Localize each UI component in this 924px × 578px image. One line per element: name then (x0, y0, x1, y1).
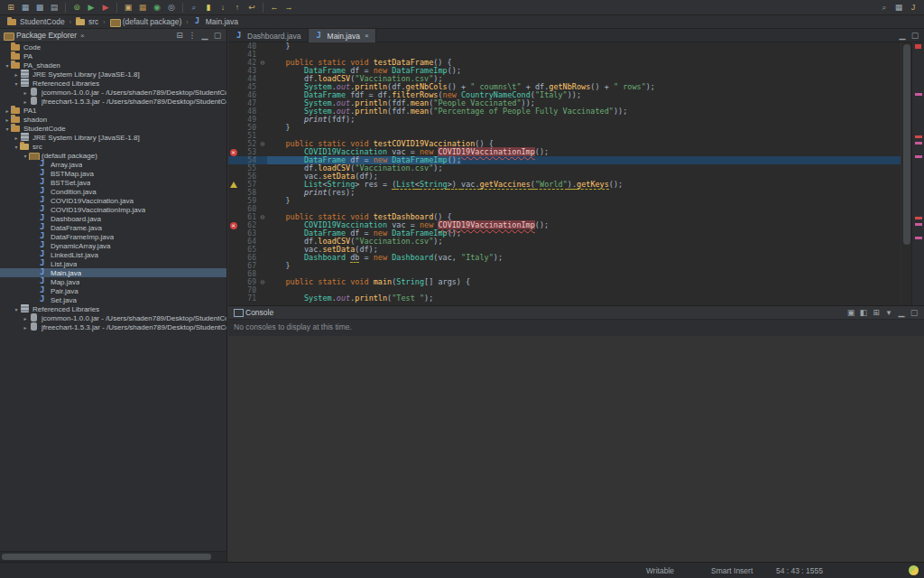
ruler-mark[interactable] (915, 155, 922, 158)
tree-item[interactable]: Array.java (0, 160, 226, 169)
code-line[interactable]: 58 print(res); (228, 189, 924, 197)
code-line[interactable]: 67 } (228, 262, 924, 270)
expand-arrow-icon[interactable]: ▸ (4, 117, 11, 123)
collapse-arrow-icon[interactable]: ▾ (13, 306, 20, 312)
fold-icon[interactable]: ⊖ (258, 140, 267, 148)
print-icon[interactable]: ▤ (48, 2, 60, 14)
tree-item[interactable]: ▸jfreechart-1.5.3.jar - /Users/shaden789… (0, 322, 226, 331)
collapse-all-icon[interactable]: ⊟ (174, 31, 185, 40)
view-menu-icon[interactable]: ⋮ (187, 31, 198, 40)
new-package-icon[interactable]: ▦ (136, 2, 149, 14)
tree-item[interactable]: ▸shadon (0, 115, 226, 124)
tree-item[interactable]: Main.java (0, 268, 226, 277)
expand-arrow-icon[interactable]: ▸ (22, 324, 29, 331)
overview-error-indicator[interactable] (915, 44, 921, 49)
expand-arrow-icon[interactable]: ▸ (13, 135, 20, 141)
new-class-icon[interactable]: ◉ (151, 2, 163, 14)
new-java-project-icon[interactable]: ▣ (122, 2, 134, 14)
close-tab-icon[interactable]: × (365, 32, 369, 40)
mark-occurrences-icon[interactable]: ▮ (202, 2, 215, 14)
search-icon[interactable]: ⌕ (188, 2, 200, 14)
tree-item[interactable]: LinkedList.java (0, 250, 226, 259)
tree-item[interactable]: ▸JRE System Library [JavaSE-1.8] (0, 133, 226, 142)
breadcrumb-item[interactable]: (default package) (110, 17, 182, 26)
open-console-icon[interactable]: ⊞ (871, 308, 882, 317)
tree-item[interactable]: ▸jcommon-1.0.0.jar - /Users/shaden789/De… (0, 88, 226, 97)
scrollbar-thumb[interactable] (903, 44, 910, 245)
tree-item[interactable]: DataFrame.java (0, 223, 226, 232)
editor-body[interactable]: 40 }4142⊖ public static void testDataFra… (228, 42, 924, 305)
code-line[interactable]: 59 } (228, 197, 924, 205)
collapse-arrow-icon[interactable]: ▾ (22, 153, 29, 159)
maximize-view-icon[interactable]: ▢ (909, 308, 919, 317)
minimize-view-icon[interactable]: ▁ (897, 31, 908, 40)
maximize-view-icon[interactable]: ▢ (212, 31, 223, 40)
code-line[interactable]: 66 Dashboard db = new Dashboard(vac, "It… (228, 254, 924, 262)
debug-icon[interactable]: ⊚ (70, 2, 83, 14)
run-external-tools-icon[interactable]: ▶ (99, 2, 112, 14)
tree-item[interactable]: Dashboard.java (0, 214, 226, 223)
tree-item[interactable]: COVID19VaccinationImp.java (0, 205, 226, 214)
tree-item[interactable]: List.java (0, 259, 226, 268)
expand-arrow-icon[interactable]: ▸ (22, 98, 29, 105)
tree-item[interactable]: ▾PA_shaden (0, 61, 226, 70)
java-perspective-icon[interactable]: J (907, 2, 919, 14)
explorer-horizontal-scrollbar[interactable] (0, 551, 226, 562)
tree-item[interactable]: Map.java (0, 277, 226, 286)
previous-annotation-icon[interactable]: ↑ (231, 2, 244, 14)
code-line[interactable]: 49 print(fdf); (228, 116, 924, 124)
insert-mode-status[interactable]: Smart Insert (711, 566, 753, 575)
editor-tab[interactable]: Dashboard.java (228, 29, 309, 42)
caret-position-status[interactable]: 54 : 43 : 1555 (776, 566, 823, 575)
collapse-arrow-icon[interactable]: ▾ (4, 62, 11, 69)
tree-item[interactable]: BSTMap.java (0, 169, 226, 178)
last-edit-location-icon[interactable]: ↩ (245, 2, 258, 14)
quick-access-search-icon[interactable]: ⌕ (878, 2, 891, 14)
open-perspective-icon[interactable]: ▦ (892, 2, 905, 14)
back-icon[interactable]: ← (268, 2, 281, 14)
open-type-icon[interactable]: ◎ (165, 2, 178, 14)
ruler-mark[interactable] (915, 217, 922, 219)
tree-item[interactable]: ▾src (0, 142, 226, 151)
tree-item[interactable]: ▾(default package) (0, 151, 226, 160)
tree-item[interactable]: ▸PA1 (0, 106, 226, 115)
tree-item[interactable]: ▸jfreechart-1.5.3.jar - /Users/shaden789… (0, 97, 226, 106)
close-view-icon[interactable]: × (80, 32, 85, 40)
breadcrumb-item[interactable]: Main.java (193, 17, 238, 26)
tree-item[interactable]: ▾Referenced Libraries (0, 79, 226, 88)
minimize-view-icon[interactable]: ▁ (199, 31, 210, 40)
expand-arrow-icon[interactable]: ▸ (4, 107, 11, 114)
tree-item[interactable]: DataFrameImp.java (0, 232, 226, 241)
ruler-mark[interactable] (915, 237, 922, 239)
ruler-mark[interactable] (915, 142, 922, 144)
tree-item[interactable]: BSTSet.java (0, 178, 226, 187)
tree-item[interactable]: ▸jcommon-1.0.0.jar - /Users/shaden789/De… (0, 313, 226, 322)
forward-icon[interactable]: → (282, 2, 295, 14)
tree-item[interactable]: Pair.java (0, 286, 226, 295)
expand-arrow-icon[interactable]: ▸ (13, 71, 20, 78)
fold-icon[interactable]: ⊖ (258, 59, 267, 67)
collapse-arrow-icon[interactable]: ▾ (4, 126, 11, 132)
editor-tab[interactable]: Main.java× (309, 29, 376, 42)
save-all-icon[interactable]: ▩ (33, 2, 46, 14)
maximize-view-icon[interactable]: ▢ (910, 31, 920, 40)
tree-item[interactable]: PA (0, 51, 226, 61)
breadcrumb-item[interactable]: src (76, 17, 98, 26)
run-icon[interactable]: ▶ (85, 2, 97, 14)
ruler-mark[interactable] (915, 93, 922, 96)
save-icon[interactable]: ▦ (19, 2, 32, 14)
tree-item[interactable]: COVID19Vaccination.java (0, 196, 226, 205)
expand-arrow-icon[interactable]: ▸ (22, 315, 29, 322)
fold-icon[interactable]: ⊖ (258, 278, 267, 286)
collapse-arrow-icon[interactable]: ▾ (13, 80, 20, 87)
breadcrumb-item[interactable]: StudentCode (7, 17, 65, 26)
pin-console-icon[interactable]: ▣ (845, 308, 856, 317)
collapse-arrow-icon[interactable]: ▾ (13, 144, 20, 150)
display-selected-console-icon[interactable]: ◧ (858, 308, 869, 317)
tree-item[interactable]: DynamicArray.java (0, 241, 226, 250)
fold-icon[interactable]: ⊖ (258, 213, 267, 221)
ruler-mark[interactable] (915, 135, 922, 138)
editor-vertical-scrollbar[interactable] (901, 42, 911, 305)
code-line[interactable]: 50 } (228, 124, 924, 132)
next-annotation-icon[interactable]: ↓ (217, 2, 229, 14)
